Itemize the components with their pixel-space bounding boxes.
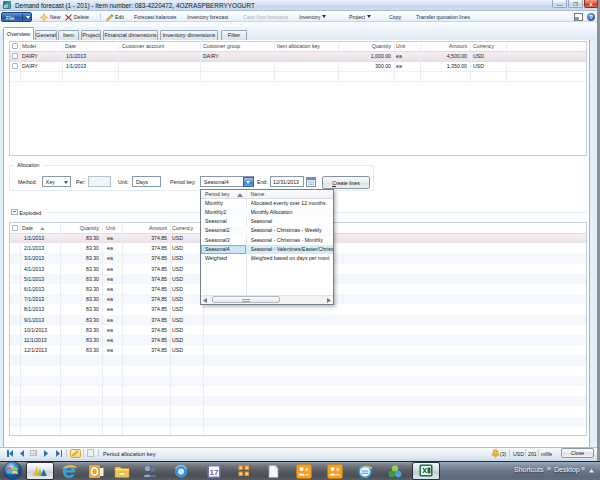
svg-text:17: 17 xyxy=(210,467,219,476)
